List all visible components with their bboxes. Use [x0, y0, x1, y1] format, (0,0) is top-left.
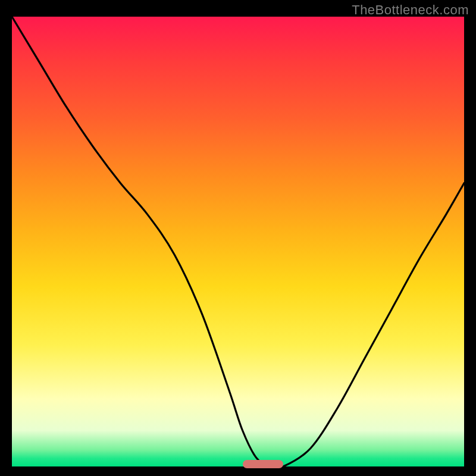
- watermark-text: TheBottleneck.com: [352, 2, 469, 18]
- plot-inner: [12, 17, 464, 466]
- chart-frame: TheBottleneck.com: [0, 0, 476, 476]
- bottleneck-curve: [12, 17, 464, 466]
- optimal-range-bar: [243, 460, 283, 468]
- bottleneck-curve-path: [12, 17, 464, 466]
- plot-area: [12, 17, 464, 466]
